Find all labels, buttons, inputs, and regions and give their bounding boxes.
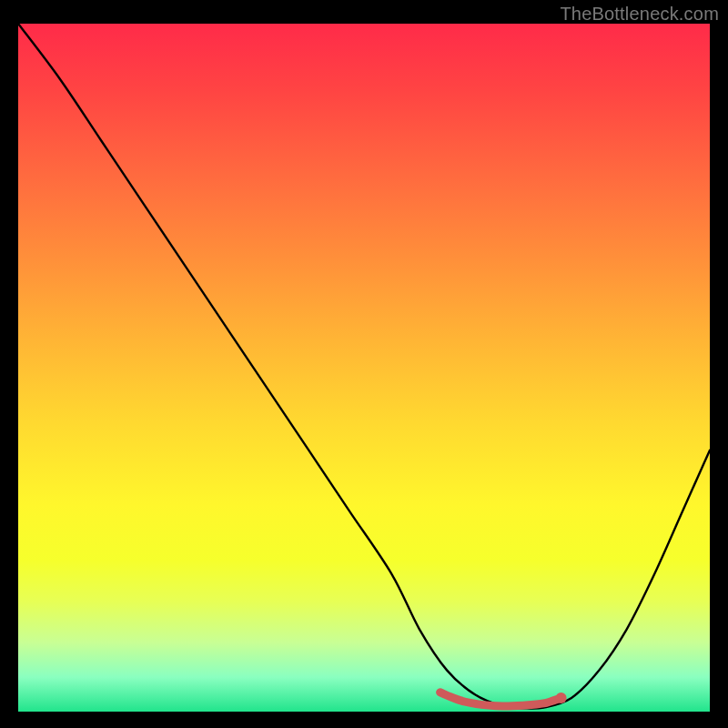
- sweet-spot-marker: [440, 693, 561, 706]
- sweet-spot-end-dot: [556, 693, 567, 703]
- watermark-text: TheBottleneck.com: [560, 4, 719, 25]
- chart-frame: TheBottleneck.com: [0, 0, 728, 728]
- plot-area: [18, 24, 710, 712]
- chart-svg: [18, 24, 710, 712]
- bottleneck-curve: [18, 24, 710, 709]
